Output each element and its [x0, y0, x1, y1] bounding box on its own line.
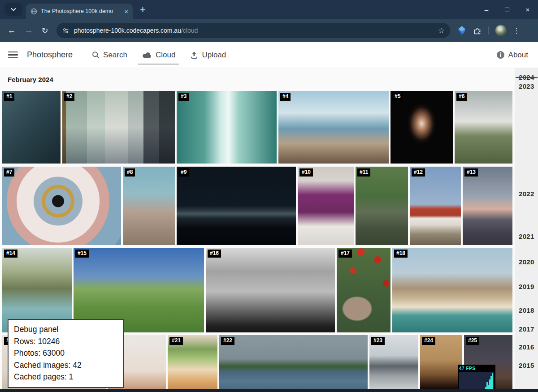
month-heading: February 2024 — [8, 76, 53, 83]
photo-tile-16[interactable]: #16 — [206, 248, 335, 332]
timeline-year-2017[interactable]: 2017 — [519, 325, 534, 333]
address-bar[interactable]: photosphere-100k.codecapers.com.au/cloud… — [56, 23, 450, 38]
year-scrubber[interactable]: 2024 2023 2022 2021 2020 2019 2018 2017 … — [515, 68, 538, 392]
photo-tile-23[interactable]: #23 — [369, 335, 418, 389]
photo-label: #13 — [464, 168, 478, 177]
photo-label: #14 — [4, 250, 17, 258]
reload-button[interactable]: ↻ — [39, 26, 50, 35]
nav-cloud-label: Cloud — [156, 51, 175, 60]
photo-label: #4 — [280, 93, 291, 101]
photo-tile-17[interactable]: #17 — [337, 248, 390, 332]
debug-rows: Rows: 10246 — [14, 336, 123, 348]
fps-value: 47 FPS — [459, 366, 494, 371]
photo-tile-24[interactable]: #24 — [420, 335, 462, 389]
minimize-button[interactable]: – — [476, 6, 497, 13]
photo-label: #10 — [299, 168, 313, 177]
timeline-year-2016[interactable]: 2016 — [519, 343, 534, 351]
close-window-button[interactable]: × — [517, 6, 538, 13]
fps-graph — [459, 372, 494, 389]
photo-label: #18 — [394, 250, 408, 258]
tab-title: The Photosphere 100k demo — [41, 8, 121, 14]
gallery-content: February 2024 #1 #2 #3 #4 #5 #6 #7 #8 #9… — [0, 68, 538, 392]
photo-tile-12[interactable]: #12 — [410, 167, 461, 245]
maximize-icon — [505, 8, 509, 12]
tab-search-button[interactable] — [4, 3, 22, 16]
browser-menu-icon[interactable]: ⋮ — [513, 26, 520, 35]
photo-label: #24 — [422, 337, 435, 345]
photo-tile-9[interactable]: #9 — [177, 167, 296, 245]
photo-label: #23 — [371, 337, 385, 345]
timeline-year-2020[interactable]: 2020 — [519, 258, 534, 266]
photo-tile-10[interactable]: #10 — [298, 167, 354, 245]
photo-label: #6 — [456, 93, 467, 101]
photo-tile-4[interactable]: #4 — [278, 91, 389, 164]
nav-item-search[interactable]: Search — [91, 42, 127, 68]
nav-item-upload[interactable]: Upload — [190, 42, 226, 68]
timeline-year-2022[interactable]: 2022 — [519, 190, 534, 198]
photo-label: #3 — [178, 93, 189, 101]
nav-about-label: About — [508, 51, 528, 60]
timeline-current-marker — [516, 77, 538, 78]
url-text[interactable]: photosphere-100k.codecapers.com.au/cloud — [74, 27, 434, 34]
debug-cached-pages: Cached pages: 1 — [14, 371, 123, 383]
search-icon — [91, 51, 100, 59]
photo-tile-1[interactable]: #1 — [2, 91, 61, 164]
timeline-year-2021[interactable]: 2021 — [519, 233, 534, 240]
browser-toolbar: ← → ↻ photosphere-100k.codecapers.com.au… — [0, 19, 538, 42]
nav-item-cloud[interactable]: Cloud — [142, 42, 175, 68]
timeline-year-2023[interactable]: 2023 — [519, 82, 534, 90]
browser-tab[interactable]: The Photosphere 100k demo × — [26, 4, 133, 19]
profile-avatar[interactable] — [495, 25, 507, 36]
photo-tile-7[interactable]: #7 — [2, 167, 121, 245]
nav-item-about[interactable]: About — [496, 51, 528, 60]
hamburger-menu-icon[interactable] — [8, 52, 18, 58]
app-brand: Photosphere — [27, 50, 73, 60]
window-bottom-edge — [0, 389, 538, 392]
photo-label: #5 — [392, 93, 403, 101]
photo-tile-6[interactable]: #6 — [455, 91, 512, 164]
photo-label: #15 — [75, 250, 89, 258]
gem-extension-icon[interactable] — [457, 26, 466, 35]
photo-tile-5[interactable]: #5 — [390, 91, 453, 164]
photo-tile-2[interactable]: #2 — [62, 91, 175, 164]
forward-button[interactable]: → — [23, 26, 34, 35]
photo-label: #11 — [357, 168, 370, 177]
photo-label: #2 — [64, 93, 74, 101]
browser-titlebar: The Photosphere 100k demo × + – × — [0, 0, 538, 19]
photo-tile-11[interactable]: #11 — [356, 167, 408, 245]
photo-label: #22 — [221, 337, 234, 345]
photo-label: #1 — [4, 93, 14, 101]
timeline-year-2019[interactable]: 2019 — [519, 283, 534, 290]
photo-tile-21[interactable]: #21 — [168, 335, 217, 389]
active-tab-underline — [138, 64, 179, 65]
nav-search-label: Search — [103, 51, 127, 60]
nav-upload-label: Upload — [202, 51, 226, 60]
photo-label: #16 — [208, 250, 221, 258]
fps-widget: 47 FPS — [458, 365, 495, 391]
toolbar-extensions-area: ⋮ — [457, 25, 520, 36]
debug-cached-images: Cached images: 42 — [14, 359, 123, 371]
photo-label: #21 — [169, 337, 183, 345]
bookmark-star-icon[interactable]: ☆ — [438, 26, 445, 35]
photo-label: #12 — [412, 168, 425, 177]
back-button[interactable]: ← — [6, 26, 17, 35]
app-navbar: Photosphere Search Cloud Upload — [0, 42, 538, 68]
photo-tile-3[interactable]: #3 — [177, 91, 277, 164]
cloud-icon — [142, 51, 152, 59]
url-domain: photosphere-100k.codecapers.com.au — [74, 27, 181, 34]
photo-tile-13[interactable]: #13 — [463, 167, 512, 245]
new-tab-button[interactable]: + — [140, 4, 146, 16]
timeline-year-2015[interactable]: 2015 — [519, 362, 534, 369]
tab-close-icon[interactable]: × — [124, 8, 128, 15]
maximize-button[interactable] — [497, 6, 517, 13]
site-settings-icon[interactable] — [62, 27, 69, 34]
extensions-puzzle-icon[interactable] — [473, 26, 482, 35]
timeline-year-2018[interactable]: 2018 — [519, 306, 534, 314]
photo-tile-18[interactable]: #18 — [392, 248, 512, 332]
url-path: /cloud — [181, 27, 198, 34]
window-controls: – × — [476, 0, 538, 19]
photo-tile-22[interactable]: #22 — [219, 335, 368, 389]
photo-label: #17 — [338, 250, 352, 258]
info-icon — [496, 51, 505, 59]
photo-tile-8[interactable]: #8 — [123, 167, 175, 245]
